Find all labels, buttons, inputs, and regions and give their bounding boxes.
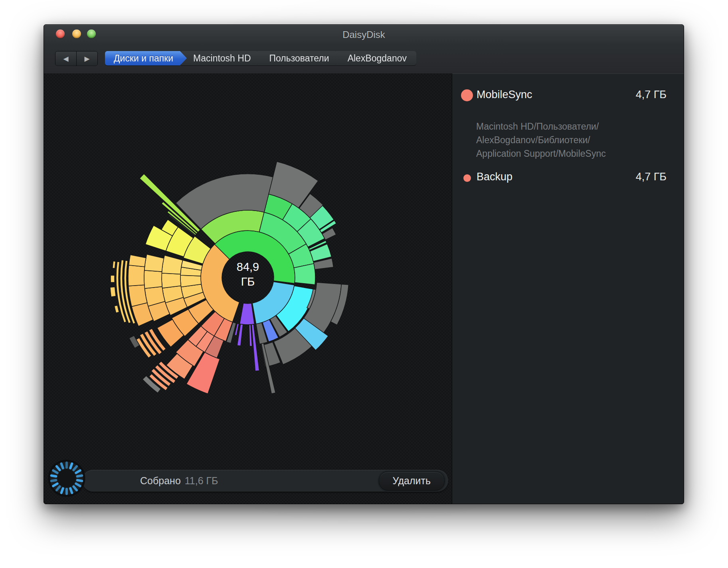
delete-button-label: Удалить	[393, 475, 431, 487]
gauge-tick	[61, 488, 63, 493]
path-line: AlexBogdanov/Библиотеки/	[476, 133, 606, 147]
breadcrumb-macintosh-hd[interactable]: Macintosh HD	[181, 51, 263, 65]
gauge-tick	[51, 480, 56, 481]
chart-segment[interactable]	[110, 287, 116, 297]
sunburst-chart-area: 84,9 ГБ	[44, 73, 452, 504]
chart-segment[interactable]	[111, 275, 115, 282]
collected-label: Собрано	[140, 475, 181, 487]
chart-segment[interactable]	[129, 255, 146, 267]
total-size-unit: ГБ	[224, 274, 272, 289]
backup-size: 4,7 ГБ	[636, 171, 667, 183]
collected-size: 11,6 ГБ	[185, 475, 218, 487]
chart-segment[interactable]	[113, 261, 116, 268]
chart-segment[interactable]	[114, 305, 119, 313]
gauge-tick	[70, 463, 72, 468]
chart-segment[interactable]	[240, 303, 255, 325]
mobilesync-color-dot	[461, 89, 473, 101]
chart-segment[interactable]	[144, 270, 162, 288]
breadcrumb-disks-and-folders[interactable]: Диски и папки	[105, 51, 187, 65]
gauge-tick	[77, 480, 82, 481]
chart-segment[interactable]	[162, 255, 182, 274]
chart-segment[interactable]	[128, 265, 144, 286]
mobilesync-size: 4,7 ГБ	[636, 89, 667, 101]
chart-segment[interactable]	[144, 254, 164, 272]
gauge-tick	[77, 475, 82, 476]
delete-button[interactable]: Удалить	[379, 471, 445, 491]
mobilesync-path: Macintosh HD/Пользователи/ AlexBogdanov/…	[476, 120, 606, 160]
chart-center-total: 84,9 ГБ	[224, 260, 272, 289]
forward-button[interactable]: ▶	[76, 51, 97, 66]
toolbar: ◀ ▶ Диски и папки Macintosh HD Пользоват…	[44, 43, 684, 74]
daisydisk-window: DaisyDisk ◀ ▶ Диски и папки Macintosh HD…	[44, 24, 684, 504]
breadcrumb-label: AlexBogdanov	[348, 53, 407, 64]
breadcrumb-label: Пользователи	[269, 53, 329, 64]
collection-bar: Собрано 11,6 ГБ Удалить	[82, 470, 448, 492]
sidebar-item-backup[interactable]: Backup	[477, 171, 512, 183]
chart-segment[interactable]	[129, 285, 147, 306]
breadcrumb: Диски и папки Macintosh HD Пользователи …	[105, 51, 416, 65]
gauge-tick	[70, 488, 72, 493]
gauge-tick	[61, 463, 63, 468]
breadcrumb-users[interactable]: Пользователи	[257, 51, 341, 65]
history-nav: ◀ ▶	[55, 51, 98, 66]
path-line: Macintosh HD/Пользователи/	[476, 120, 606, 133]
sidebar-item-mobilesync[interactable]: MobileSync	[477, 89, 532, 101]
breadcrumb-alexbogdanov[interactable]: AlexBogdanov	[336, 51, 416, 65]
chart-segment[interactable]	[162, 273, 181, 288]
breadcrumb-label: Macintosh HD	[193, 53, 251, 64]
back-icon: ◀	[63, 55, 68, 63]
path-line: Application Support/MobileSync	[476, 147, 606, 160]
gauge-tick	[51, 475, 56, 476]
window-title: DaisyDisk	[44, 29, 684, 40]
breadcrumb-label: Диски и папки	[114, 53, 173, 64]
forward-icon: ▶	[84, 55, 89, 63]
total-size-value: 84,9	[224, 260, 272, 274]
progress-gauge[interactable]	[47, 459, 86, 497]
title-bar: DaisyDisk	[44, 25, 684, 43]
backup-color-dot	[463, 174, 471, 182]
details-sidebar: MobileSync 4,7 ГБ Macintosh HD/Пользоват…	[452, 73, 684, 504]
back-button[interactable]: ◀	[55, 51, 76, 66]
